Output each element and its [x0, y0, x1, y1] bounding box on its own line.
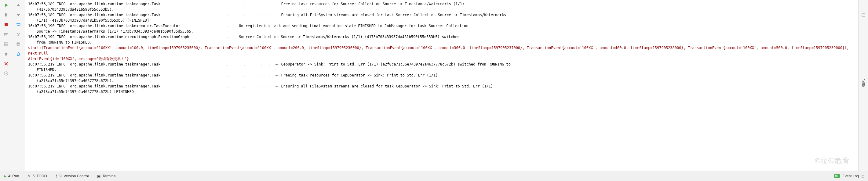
close-icon[interactable] — [3, 61, 9, 66]
up-icon[interactable] — [16, 2, 21, 8]
log-line: 16:07:56,189 INFO org.apache.flink.runti… — [28, 1, 866, 7]
branch-icon: ᚶ — [56, 174, 58, 178]
svg-rect-8 — [18, 43, 19, 44]
todo-tool-window[interactable]: ✎ 6: TODO — [28, 174, 47, 178]
run-icon[interactable] — [3, 2, 9, 8]
log-line: 16:07:56,219 INFO org.apache.flink.runti… — [28, 73, 866, 78]
run-tool-window[interactable]: ▶ 4: Run — [4, 174, 19, 178]
pin-icon[interactable] — [3, 51, 9, 57]
svg-rect-10 — [862, 13, 865, 16]
log-line: 16:07:56,219 INFO org.apache.flink.runti… — [28, 83, 866, 89]
play-icon: ▶ — [4, 174, 6, 178]
trash-icon[interactable] — [16, 51, 21, 57]
svg-point-2 — [5, 34, 7, 35]
vcs-tool-window[interactable]: ᚶ 9: Version Control — [56, 174, 89, 178]
print-icon[interactable] — [16, 41, 21, 47]
svg-rect-0 — [5, 23, 8, 26]
rail-icon-1[interactable] — [861, 12, 866, 18]
left-gutter-1: ? — [0, 0, 12, 171]
svg-rect-4 — [4, 44, 8, 46]
svg-text:?: ? — [5, 73, 7, 76]
stop-icon[interactable] — [3, 22, 9, 28]
svg-rect-1 — [4, 34, 8, 36]
footer-square-icon[interactable]: ◻ — [861, 174, 864, 178]
log-line: 16:07:56,219 INFO org.apache.flink.runti… — [28, 62, 866, 67]
camera-icon[interactable] — [3, 32, 9, 37]
log-line: 16:07:56,190 INFO org.apache.flink.runti… — [28, 23, 866, 29]
log-line-cont: Source -> Timestamps/Watermarks (1/1) 41… — [28, 29, 866, 34]
stderr-line: start:[TransactionEvent{accout='100XX', … — [28, 45, 866, 56]
stderr-line: AlertEvent{id='100XX', message='连续有效交易！'… — [28, 56, 866, 62]
pause-icon[interactable] — [3, 12, 9, 18]
left-gutter-2 — [12, 0, 25, 171]
right-rail: REPL — [858, 0, 868, 171]
soft-wrap-icon[interactable] — [16, 22, 21, 28]
log-line-cont: (a2f8ca71c55e74397e2a4637778c672b) [FINI… — [28, 89, 866, 95]
layout-icon[interactable] — [3, 41, 9, 47]
log-line-cont: (a2f8ca71c55e74397e2a4637778c672b). — [28, 78, 866, 83]
terminal-icon: ▣ — [97, 174, 100, 178]
event-log-badge: 9+ — [834, 174, 840, 178]
log-line-cont: from RUNNING to FINISHED. — [28, 40, 866, 45]
log-line: 16:07:56,189 INFO org.apache.flink.runti… — [28, 12, 866, 18]
console-output[interactable]: 16:07:56,189 INFO org.apache.flink.runti… — [25, 0, 868, 171]
terminal-tool-window[interactable]: ▣ Terminal — [97, 174, 116, 178]
log-line-cont: (4173b703433937da481b590f55d553b5). — [28, 7, 866, 12]
log-line-cont: (1/1) (4173b703433937da481b590f55d553b5)… — [28, 18, 866, 23]
scroll-end-icon[interactable] — [16, 32, 21, 37]
log-line: 16:07:56,199 INFO org.apache.flink.runti… — [28, 34, 866, 40]
repl-label[interactable]: REPL — [862, 79, 865, 87]
bottom-toolbar: ▶ 4: Run ✎ 6: TODO ᚶ 9: Version Control … — [0, 171, 868, 181]
help-icon[interactable]: ? — [3, 71, 9, 76]
log-line-cont: FINISHED. — [28, 67, 866, 73]
down-icon[interactable] — [16, 12, 21, 18]
todo-icon: ✎ — [28, 174, 31, 178]
svg-rect-3 — [4, 43, 8, 44]
event-log-tool-window[interactable]: Event Log — [842, 174, 859, 178]
